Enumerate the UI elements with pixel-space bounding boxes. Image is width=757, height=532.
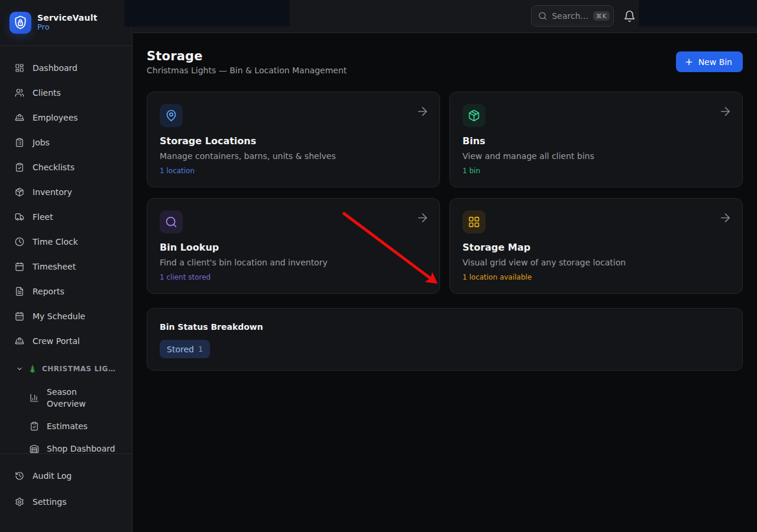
card-storage-map[interactable]: Storage MapVisual grid view of any stora…	[449, 198, 743, 294]
calendar-icon	[15, 262, 24, 271]
arrow-right-icon	[719, 211, 732, 225]
sidebar-item-label: Settings	[33, 497, 66, 507]
notifications-button[interactable]	[623, 10, 636, 22]
bar-chart-icon	[30, 393, 39, 403]
card-stat: 1 client stored	[160, 273, 427, 281]
plus-icon	[684, 57, 694, 67]
sidebar-item-label: Checklists	[33, 163, 75, 172]
history-icon	[15, 471, 24, 481]
map-pin-icon	[165, 109, 177, 122]
sidebar-nav: DashboardClientsEmployeesJobsChecklistsI…	[0, 47, 132, 453]
clipboard-check-icon	[15, 163, 24, 172]
sidebar-item-label: My Schedule	[33, 312, 85, 321]
sidebar-item-employees[interactable]: Employees	[6, 106, 126, 129]
clipboard-check-icon	[30, 421, 39, 431]
cards-grid: Storage LocationsManage containers, barn…	[147, 92, 743, 294]
sidebar-item-time-clock[interactable]: Time Clock	[6, 231, 126, 253]
sidebar: ServiceVault Pro DashboardClientsEmploye…	[0, 0, 132, 532]
sidebar-item-clients[interactable]: Clients	[6, 82, 126, 104]
card-icon-tile	[160, 104, 183, 127]
sidebar-item-label: Inventory	[33, 187, 72, 197]
sidebar-subitem-label: Season Overview	[47, 386, 116, 410]
page-header: Storage Christmas Lights — Bin & Locatio…	[147, 48, 743, 75]
card-description: View and manage all client bins	[462, 151, 730, 161]
arrow-right-icon	[719, 105, 732, 118]
sidebar-item-crew-portal[interactable]: Crew Portal	[6, 330, 126, 352]
sidebar-item-label: Time Clock	[33, 237, 78, 246]
sidebar-item-label: Audit Log	[33, 471, 72, 481]
card-icon-tile	[462, 210, 486, 233]
arrow-right-icon	[416, 105, 429, 118]
sidebar-item-label: Clients	[33, 88, 61, 98]
main-content: Storage Christmas Lights — Bin & Locatio…	[133, 34, 757, 532]
sidebar-subitem-shop-dashboard[interactable]: Shop Dashboard	[6, 439, 126, 453]
status-badge-count: 1	[198, 345, 203, 353]
bell-icon	[623, 10, 636, 22]
topbar-dark-panel-left	[124, 0, 290, 27]
card-stat: 1 location	[160, 167, 427, 175]
card-stat: 1 bin	[462, 167, 730, 175]
sidebar-subitem-label: Shop Dashboard	[47, 443, 115, 453]
card-title: Storage Map	[462, 242, 730, 253]
sidebar-item-label: Crew Portal	[33, 336, 80, 346]
card-description: Visual grid view of any storage location	[462, 258, 730, 267]
sidebar-item-label: Timesheet	[33, 262, 76, 271]
topbar-dark-panel-right	[639, 0, 757, 27]
truck-icon	[15, 212, 24, 222]
calendar-days-icon	[15, 312, 24, 321]
search-icon	[538, 11, 547, 21]
card-title: Bin Lookup	[160, 242, 427, 253]
sidebar-item-reports[interactable]: Reports	[6, 280, 126, 303]
new-bin-button[interactable]: New Bin	[676, 51, 743, 72]
package-icon	[468, 109, 480, 122]
sidebar-item-label: Jobs	[33, 138, 50, 147]
layout-grid-icon	[468, 216, 480, 228]
sidebar-item-timesheet[interactable]: Timesheet	[6, 255, 126, 278]
sidebar-item-fleet[interactable]: Fleet	[6, 206, 126, 228]
settings-icon	[15, 497, 24, 507]
sidebar-item-label: Fleet	[33, 212, 53, 222]
sidebar-item-label: Reports	[33, 287, 64, 296]
card-storage-locations[interactable]: Storage LocationsManage containers, barn…	[147, 92, 440, 187]
sidebar-subitem-season-overview[interactable]: Season Overview	[6, 382, 126, 413]
sidebar-footer: Audit LogSettings	[0, 453, 132, 532]
sidebar-item-label: Dashboard	[33, 63, 77, 73]
hard-hat-icon	[15, 336, 24, 346]
search-placeholder: Search...	[552, 11, 588, 21]
new-bin-label: New Bin	[698, 57, 732, 67]
search-icon	[165, 216, 177, 228]
card-icon-tile	[160, 210, 183, 233]
sidebar-item-inventory[interactable]: Inventory	[6, 181, 126, 203]
sidebar-item-label: Employees	[33, 113, 78, 122]
card-title: Storage Locations	[160, 135, 427, 147]
card-bin-lookup[interactable]: Bin LookupFind a client's bin location a…	[147, 198, 440, 294]
app-plan: Pro	[37, 22, 50, 31]
sidebar-item-checklists[interactable]: Checklists	[6, 156, 126, 179]
app-logo	[9, 12, 31, 34]
sidebar-section-label: CHRISTMAS LIG…	[42, 365, 115, 373]
sidebar-header: ServiceVault Pro	[0, 0, 132, 46]
sidebar-subitem-label: Estimates	[47, 420, 88, 432]
breakdown-title: Bin Status Breakdown	[160, 322, 730, 332]
shield-lock-icon	[12, 15, 28, 31]
sidebar-subitem-estimates[interactable]: Estimates	[6, 417, 126, 436]
layout-dashboard-icon	[15, 63, 24, 73]
clock-icon	[15, 237, 24, 246]
status-badge-label: Stored	[167, 345, 194, 354]
card-icon-tile	[462, 104, 486, 127]
sidebar-item-dashboard[interactable]: Dashboard	[6, 57, 126, 79]
sidebar-item-my-schedule[interactable]: My Schedule	[6, 305, 126, 327]
sidebar-section-christmas-lights[interactable]: CHRISTMAS LIG…	[6, 359, 126, 378]
sidebar-item-settings[interactable]: Settings	[6, 491, 126, 513]
page-title: Storage	[147, 48, 743, 63]
sidebar-item-audit-log[interactable]: Audit Log	[6, 465, 126, 487]
card-bins[interactable]: BinsView and manage all client bins1 bin	[449, 92, 743, 187]
sidebar-item-jobs[interactable]: Jobs	[6, 131, 126, 154]
users-icon	[15, 88, 24, 98]
card-description: Find a client's bin location and invento…	[160, 258, 427, 267]
search-input[interactable]: Search... ⌘K	[531, 5, 614, 27]
clipboard-list-icon	[15, 138, 24, 147]
app-name: ServiceVault	[37, 13, 98, 22]
card-stat: 1 location available	[462, 273, 730, 281]
bin-status-breakdown-card: Bin Status Breakdown Stored 1	[147, 308, 743, 371]
